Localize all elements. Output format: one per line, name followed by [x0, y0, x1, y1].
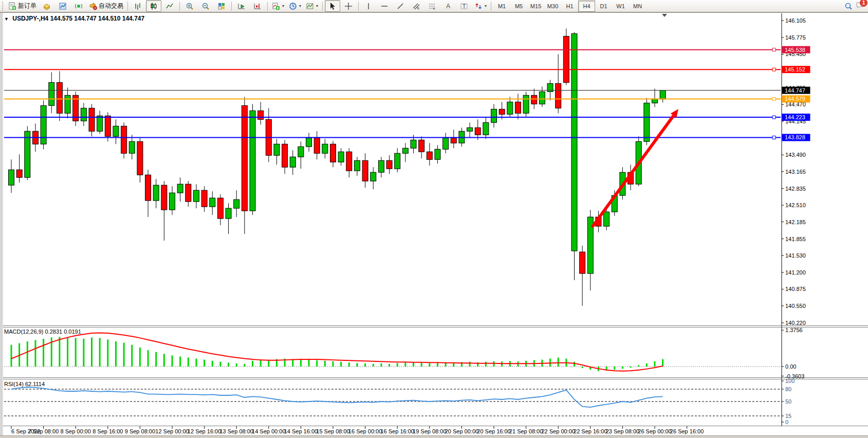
rsi-axis-label: 15 — [785, 413, 791, 419]
time-axis-label[interactable]: 20 Sep 16:00 — [477, 428, 510, 434]
candle-body — [515, 102, 521, 113]
time-axis-label[interactable]: 23 Sep 08:00 — [606, 428, 639, 434]
price-axis-label: 141.855 — [785, 236, 806, 242]
candle-body — [419, 140, 424, 152]
candle-body — [145, 175, 151, 200]
time-axis-label[interactable]: 14 Sep 16:00 — [284, 428, 318, 434]
candle-body — [386, 160, 392, 169]
time-axis-label[interactable]: 13 Sep 08:00 — [219, 428, 253, 434]
candle-body — [234, 199, 239, 208]
candle-body — [580, 252, 585, 273]
time-axis-label[interactable]: 16 Sep 00:00 — [348, 428, 382, 434]
candle-body — [129, 141, 135, 153]
rsi-axis-label: 0 — [785, 419, 788, 425]
price-badge-label: 144.747 — [785, 87, 805, 94]
candle-body — [507, 102, 513, 114]
time-axis-label[interactable]: 16 Sep 16:00 — [380, 428, 414, 434]
chart-ohlc-values: 144.575 144.747 144.510 144.747 — [50, 15, 145, 22]
time-axis-label[interactable]: 9 Sep 08:00 — [125, 428, 155, 434]
price-line-handle[interactable] — [772, 97, 775, 100]
time-axis-label[interactable]: 26 Sep 16:00 — [670, 428, 704, 434]
candle-body — [402, 148, 408, 153]
candle-body — [201, 190, 207, 207]
time-axis-label[interactable]: 20 Sep 00:00 — [445, 428, 478, 434]
candle-body — [97, 116, 103, 131]
price-axis-label: 140.220 — [785, 320, 806, 326]
chart-background — [0, 12, 868, 435]
candle-body — [346, 152, 352, 171]
time-axis-label[interactable]: 19 Sep 08:00 — [413, 428, 446, 434]
price-line-handle[interactable] — [772, 136, 775, 139]
price-badge-label: 144.579 — [785, 96, 805, 102]
candle-body — [49, 82, 54, 105]
rsi-axis-label: 50 — [785, 398, 791, 405]
candle-body — [121, 126, 127, 153]
price-line-handle[interactable] — [772, 116, 775, 119]
price-axis-label: 142.510 — [785, 202, 806, 208]
candle-body — [298, 147, 304, 157]
candle-body — [25, 131, 30, 177]
candle-body — [411, 140, 416, 148]
time-axis-label[interactable]: 26 Sep 00:00 — [638, 428, 671, 434]
macd-axis-label: 1.3756 — [785, 327, 803, 333]
time-axis-label[interactable]: 15 Sep 08:00 — [316, 428, 349, 434]
candle-body — [41, 105, 46, 144]
chart-title-collapse-icon[interactable]: ▼ — [4, 16, 9, 22]
chart-symbol-label: USDJPY-,H4 — [12, 15, 48, 22]
candle-body — [451, 138, 456, 143]
price-axis-label: 146.105 — [785, 17, 806, 24]
price-line-handle[interactable] — [772, 68, 775, 71]
candle-body — [16, 170, 22, 177]
candle-body — [556, 83, 561, 108]
trading-platform-window: 新订单 自动交易 — [0, 0, 868, 438]
candle-body — [531, 95, 537, 104]
time-axis-label[interactable]: 8 Sep 00:00 — [61, 428, 91, 434]
candle-body — [170, 193, 175, 210]
candle-body — [467, 127, 473, 131]
candle-body — [282, 144, 288, 167]
candle-body — [217, 198, 223, 218]
price-badge-label: 145.152 — [785, 66, 805, 72]
candle-body — [186, 184, 191, 202]
candle-body — [81, 108, 86, 121]
candle-body — [242, 105, 247, 211]
time-axis-label[interactable]: 14 Sep 00:00 — [252, 428, 285, 434]
candle-body — [644, 103, 650, 141]
candle-body — [660, 90, 666, 99]
candle-body — [539, 92, 545, 104]
candle-body — [395, 153, 400, 169]
time-axis-label[interactable]: 21 Sep 08:00 — [509, 428, 543, 434]
chart-canvas[interactable]: 146.105145.775145.450145.125144.795144.4… — [0, 0, 868, 438]
price-axis-label: 142.185 — [785, 219, 806, 225]
price-axis-label: 142.835 — [785, 186, 806, 192]
candle-body — [378, 160, 384, 172]
candle-body — [523, 95, 529, 113]
candle-body — [604, 212, 610, 226]
candle-body — [571, 33, 577, 251]
candle-body — [258, 111, 264, 119]
price-axis-label: 140.550 — [785, 303, 806, 309]
candle-body — [9, 170, 14, 185]
candle-body — [193, 190, 199, 202]
window-bottom-edge — [0, 435, 868, 438]
time-axis-label[interactable]: 8 Sep 16:00 — [93, 428, 123, 434]
time-axis-label[interactable]: 22 Sep 00:00 — [541, 428, 575, 434]
candle-body — [338, 152, 344, 162]
time-axis-label[interactable]: 12 Sep 16:00 — [188, 428, 221, 434]
candle-body — [113, 126, 119, 136]
price-axis-label: 140.875 — [785, 286, 806, 292]
candle-body — [322, 144, 328, 153]
candle-body — [250, 111, 255, 211]
time-axis-label[interactable]: 12 Sep 00:00 — [155, 428, 189, 434]
price-line-handle[interactable] — [772, 48, 775, 51]
rsi-axis-label: 100 — [785, 378, 795, 384]
candle-body — [161, 185, 167, 210]
macd-indicator-label: MACD(12,26,9) 0.2831 0.0191 — [4, 328, 81, 335]
candle-body — [330, 144, 336, 162]
candle-body — [499, 109, 505, 114]
candle-body — [427, 152, 432, 159]
price-axis-label: 145.775 — [785, 34, 806, 41]
candle-body — [354, 160, 360, 171]
time-axis-label[interactable]: 22 Sep 16:00 — [574, 428, 607, 434]
time-axis-label[interactable]: 7 Sep 08:00 — [28, 428, 59, 434]
